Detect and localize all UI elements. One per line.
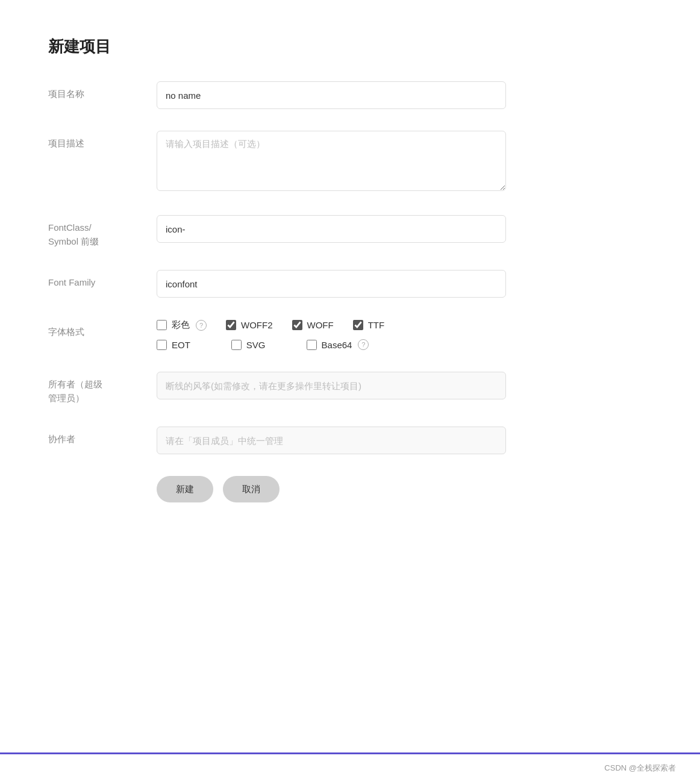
checkbox-ttf[interactable]: TTF [353,320,385,330]
checkbox-woff2-input[interactable] [226,320,236,330]
checkbox-row-2: EOT SVG Base64 ? [157,339,590,350]
page-title: 新建项目 [48,36,652,57]
fontclass-row: FontClass/ Symbol 前缀 [48,215,590,248]
checkbox-eot[interactable]: EOT [157,340,190,350]
checkbox-svg-input[interactable] [231,340,242,350]
project-desc-label: 项目描述 [48,131,157,151]
project-name-label: 项目名称 [48,81,157,101]
fontclass-label: FontClass/ Symbol 前缀 [48,215,157,248]
checkbox-base64[interactable]: Base64 ? [307,339,369,350]
fontclass-input[interactable] [157,215,506,243]
project-desc-input[interactable] [157,131,506,191]
checkbox-ttf-label: TTF [368,320,385,330]
checkbox-woff-label: WOFF [307,320,334,330]
owner-label: 所有者（超级 管理员） [48,372,157,405]
checkbox-eot-input[interactable] [157,340,167,350]
font-format-control: 彩色 ? WOFF2 WOFF TTF [157,319,590,350]
base64-help-icon[interactable]: ? [358,339,369,350]
button-row: 新建 取消 [48,476,590,502]
project-name-row: 项目名称 [48,81,590,109]
footer-text: CSDN @全栈探索者 [604,763,676,772]
page-container: 新建项目 项目名称 项目描述 FontClass/ Symbol 前缀 [0,0,700,752]
font-family-input[interactable] [157,270,506,298]
checkbox-woff2[interactable]: WOFF2 [226,320,273,330]
checkbox-ttf-input[interactable] [353,320,363,330]
checkbox-svg[interactable]: SVG [231,340,266,350]
font-family-label: Font Family [48,270,157,290]
checkbox-woff-input[interactable] [292,320,302,330]
footer-bar: CSDN @全栈探索者 [0,752,700,782]
font-family-row: Font Family [48,270,590,298]
project-desc-row: 项目描述 [48,131,590,193]
project-name-control [157,81,590,109]
owner-control [157,372,590,399]
cancel-button[interactable]: 取消 [223,476,280,502]
checkbox-base64-input[interactable] [307,340,317,350]
form-section: 项目名称 项目描述 FontClass/ Symbol 前缀 Font Fami… [48,81,590,502]
font-format-row: 字体格式 彩色 ? WOFF2 WOFF [48,319,590,350]
font-family-control [157,270,590,298]
color-help-icon[interactable]: ? [196,320,207,331]
owner-row: 所有者（超级 管理员） [48,372,590,405]
project-name-input[interactable] [157,81,506,109]
collaborator-input [157,427,506,454]
checkbox-eot-label: EOT [172,340,190,350]
owner-input [157,372,506,399]
fontclass-control [157,215,590,243]
font-format-label: 字体格式 [48,319,157,339]
checkbox-woff[interactable]: WOFF [292,320,334,330]
collaborator-row: 协作者 [48,427,590,454]
checkbox-row-1: 彩色 ? WOFF2 WOFF TTF [157,319,590,331]
create-button[interactable]: 新建 [157,476,213,502]
checkbox-color-input[interactable] [157,320,167,330]
checkbox-woff2-label: WOFF2 [241,320,273,330]
checkbox-base64-label: Base64 [322,340,352,350]
checkbox-color[interactable]: 彩色 ? [157,319,207,331]
collaborator-control [157,427,590,454]
checkbox-svg-label: SVG [246,340,266,350]
collaborator-label: 协作者 [48,427,157,446]
project-desc-control [157,131,590,193]
checkbox-color-label: 彩色 [172,319,190,331]
